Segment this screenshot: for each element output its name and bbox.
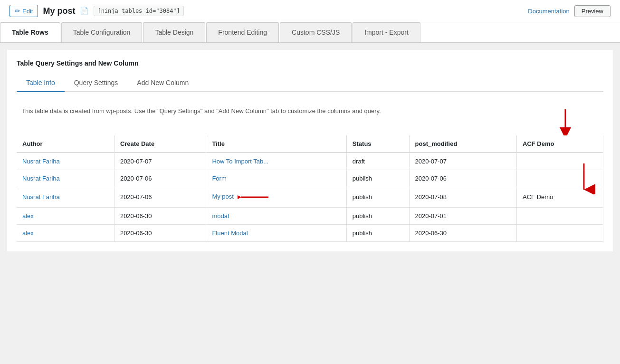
cell-post-modified: 2020-07-01 — [409, 207, 516, 224]
cell-status: publish — [346, 224, 409, 241]
table-row: Nusrat Fariha2020-07-06My post publish20… — [17, 187, 603, 207]
col-header-title: Title — [206, 135, 346, 153]
title-link[interactable]: My post — [212, 193, 234, 200]
table-body: Nusrat Fariha2020-07-07How To Import Tab… — [17, 153, 603, 242]
arrow-down-to-acf-demo — [570, 161, 598, 194]
cell-acf-demo: ACF Demo — [517, 187, 603, 207]
top-bar-left: ✏ Edit My post 📄 [ninja_tables id="3084"… — [10, 5, 184, 17]
cell-create-date: 2020-07-07 — [114, 153, 206, 170]
shortcode-icon: 📄 — [80, 7, 89, 15]
col-header-post-modified: post_modified — [409, 135, 516, 153]
tab-table-configuration[interactable]: Table Configuration — [61, 22, 143, 42]
author-link[interactable]: Nusrat Fariha — [22, 193, 60, 201]
table-header-row: Author Create Date Title Status post_mod… — [17, 135, 603, 153]
main-tabs-nav: Table Rows Table Configuration Table Des… — [0, 22, 620, 43]
cell-post-modified: 2020-07-07 — [409, 153, 516, 170]
cell-title: My post — [206, 187, 346, 207]
arrow-left-to-my-post — [238, 192, 271, 202]
cell-create-date: 2020-07-06 — [114, 187, 206, 207]
table-row: Nusrat Fariha2020-07-06Formpublish2020-0… — [17, 170, 603, 187]
cell-status: publish — [346, 187, 409, 207]
cell-author: alex — [17, 224, 114, 241]
top-bar: ✏ Edit My post 📄 [ninja_tables id="3084"… — [0, 0, 620, 22]
cell-author: alex — [17, 207, 114, 224]
info-text: This table data is created from wp-posts… — [17, 102, 603, 126]
title-link[interactable]: Fluent Modal — [212, 230, 248, 237]
post-title: My post — [43, 6, 75, 16]
edit-label: Edit — [22, 8, 33, 15]
cell-title: modal — [206, 207, 346, 224]
col-header-acf-demo: ACF Demo — [517, 135, 603, 153]
cell-acf-demo — [517, 224, 603, 241]
table-container: Author Create Date Title Status post_mod… — [7, 135, 613, 251]
shortcode: [ninja_tables id="3084"] — [94, 6, 183, 16]
title-link[interactable]: modal — [212, 212, 229, 220]
title-link[interactable]: Form — [212, 175, 226, 182]
author-link[interactable]: Nusrat Fariha — [22, 158, 60, 165]
tab-custom-css-js[interactable]: Custom CSS/JS — [280, 22, 352, 42]
col-header-create-date: Create Date — [114, 135, 206, 153]
tab-frontend-editing[interactable]: Frontend Editing — [206, 22, 279, 42]
edit-icon: ✏ — [15, 7, 20, 15]
preview-button[interactable]: Preview — [574, 5, 610, 17]
col-header-author: Author — [17, 135, 114, 153]
cell-create-date: 2020-06-30 — [114, 207, 206, 224]
tab-import-export[interactable]: Import - Export — [353, 22, 420, 42]
cell-status: publish — [346, 170, 409, 187]
author-link[interactable]: alex — [22, 230, 34, 237]
author-link[interactable]: alex — [22, 212, 34, 220]
inner-tab-table-info[interactable]: Table Info — [17, 74, 65, 92]
cell-title: Fluent Modal — [206, 224, 346, 241]
inner-tab-add-new-column[interactable]: Add New Column — [127, 74, 198, 92]
documentation-link[interactable]: Documentation — [528, 8, 569, 15]
cell-post-modified: 2020-06-30 — [409, 224, 516, 241]
table-row: alex2020-06-30Fluent Modalpublish2020-06… — [17, 224, 603, 241]
cell-create-date: 2020-07-06 — [114, 170, 206, 187]
table-row: Nusrat Fariha2020-07-07How To Import Tab… — [17, 153, 603, 170]
tab-table-design[interactable]: Table Design — [143, 22, 205, 42]
cell-post-modified: 2020-07-08 — [409, 187, 516, 207]
tab-table-rows[interactable]: Table Rows — [0, 22, 60, 42]
cell-post-modified: 2020-07-06 — [409, 170, 516, 187]
cell-author: Nusrat Fariha — [17, 153, 114, 170]
author-link[interactable]: Nusrat Fariha — [22, 175, 60, 182]
cell-acf-demo — [517, 207, 603, 224]
inner-tab-query-settings[interactable]: Query Settings — [65, 74, 128, 92]
title-link[interactable]: How To Import Tab... — [212, 158, 268, 165]
top-bar-right: Documentation Preview — [528, 5, 610, 17]
cell-title: Form — [206, 170, 346, 187]
cell-title: How To Import Tab... — [206, 153, 346, 170]
data-table: Author Create Date Title Status post_mod… — [17, 135, 603, 242]
inner-tabs: Table Info Query Settings Add New Column — [17, 74, 603, 92]
col-header-status: Status — [346, 135, 409, 153]
cell-author: Nusrat Fariha — [17, 170, 114, 187]
page-wrapper: ✏ Edit My post 📄 [ninja_tables id="3084"… — [0, 0, 620, 364]
table-row: alex2020-06-30modalpublish2020-07-01 — [17, 207, 603, 224]
cell-status: publish — [346, 207, 409, 224]
section-title: Table Query Settings and New Column — [17, 59, 603, 67]
main-content-section: Table Query Settings and New Column Tabl… — [7, 50, 613, 251]
cell-author: Nusrat Fariha — [17, 187, 114, 207]
edit-button[interactable]: ✏ Edit — [10, 5, 38, 17]
cell-status: draft — [346, 153, 409, 170]
cell-create-date: 2020-06-30 — [114, 224, 206, 241]
